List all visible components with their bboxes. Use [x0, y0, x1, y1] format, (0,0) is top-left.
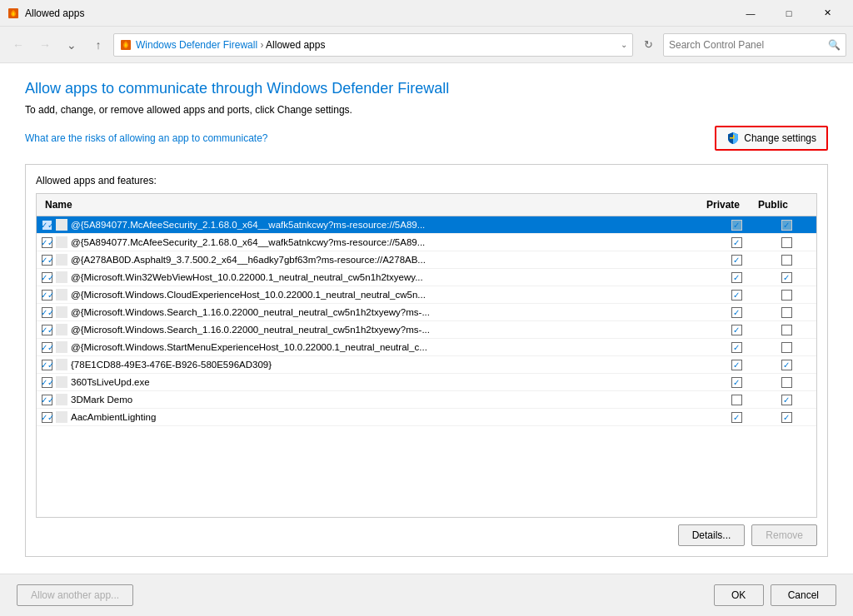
details-button[interactable]: Details...: [678, 524, 746, 546]
up-button[interactable]: ↑: [87, 33, 110, 57]
app-icon: [56, 236, 67, 248]
app-icon: [56, 289, 67, 301]
app-icon: [56, 359, 67, 370]
table-row[interactable]: ✓@{Microsoft.Windows.StartMenuExperience…: [37, 339, 816, 356]
search-input[interactable]: [669, 39, 828, 51]
row-checkbox-name[interactable]: ✓: [42, 290, 52, 301]
app-icon: [56, 254, 67, 266]
row-private-checkbox[interactable]: ✓: [711, 412, 761, 423]
svg-rect-2: [730, 137, 733, 139]
row-private-checkbox[interactable]: ✓: [711, 255, 761, 266]
header-public: Public: [748, 197, 798, 212]
search-bar[interactable]: 🔍: [663, 33, 846, 57]
table-row[interactable]: ✓AacAmbientLighting✓✓: [37, 409, 816, 426]
window-controls: — □ ✕: [731, 0, 846, 27]
help-link[interactable]: What are the risks of allowing an app to…: [25, 132, 267, 144]
row-public-checkbox[interactable]: [761, 307, 811, 318]
row-name: ✓AacAmbientLighting: [42, 411, 711, 423]
refresh-button[interactable]: ↻: [636, 33, 660, 57]
row-name: ✓@{5A894077.McAfeeSecurity_2.1.68.0_x64_…: [42, 219, 711, 231]
row-name: ✓@{5A894077.McAfeeSecurity_2.1.68.0_x64_…: [42, 236, 711, 248]
row-private-checkbox[interactable]: ✓: [711, 290, 761, 301]
row-public-checkbox[interactable]: [761, 342, 811, 353]
row-public-checkbox[interactable]: ✓: [761, 395, 811, 405]
table-row[interactable]: ✓@{Microsoft.Win32WebViewHost_10.0.22000…: [37, 269, 816, 286]
shield-uac-icon: [726, 132, 740, 145]
breadcrumb-text: Windows Defender Firewall › Allowed apps: [136, 39, 617, 51]
row-public-checkbox[interactable]: [761, 290, 811, 301]
address-bar[interactable]: Windows Defender Firewall › Allowed apps…: [113, 33, 633, 57]
row-public-checkbox[interactable]: ✓: [761, 360, 811, 370]
row-checkbox-name[interactable]: ✓: [42, 360, 52, 370]
page-subtitle: To add, change, or remove allowed apps a…: [25, 104, 828, 116]
row-name: ✓3DMark Demo: [42, 394, 711, 405]
table-row[interactable]: ✓@{Microsoft.Windows.Search_1.16.0.22000…: [37, 304, 816, 321]
table-row[interactable]: ✓@{Microsoft.Windows.Search_1.16.0.22000…: [37, 321, 816, 339]
allow-another-button[interactable]: Allow another app...: [17, 584, 133, 606]
change-settings-button[interactable]: Change settings: [715, 126, 828, 151]
header-name: Name: [42, 197, 698, 212]
row-checkbox-name[interactable]: ✓: [42, 325, 52, 335]
row-private-checkbox[interactable]: ✓: [711, 220, 761, 231]
table-header: Name Private Public: [37, 194, 816, 216]
row-checkbox-name[interactable]: ✓: [42, 412, 52, 423]
change-settings-label: Change settings: [744, 132, 816, 144]
row-private-checkbox[interactable]: ✓: [711, 272, 761, 283]
app-icon: [56, 376, 67, 388]
row-checkbox-name[interactable]: ✓: [42, 395, 52, 405]
dropdown-button[interactable]: ⌄: [60, 33, 83, 57]
row-private-checkbox[interactable]: ✓: [711, 325, 761, 335]
row-checkbox-name[interactable]: ✓: [42, 377, 52, 388]
title-bar: Allowed apps — □ ✕: [0, 0, 853, 27]
app-icon: [56, 411, 67, 423]
table-row[interactable]: ✓360TsLiveUpd.exe✓: [37, 374, 816, 391]
forward-button[interactable]: →: [33, 33, 57, 57]
remove-button[interactable]: Remove: [751, 524, 817, 546]
row-public-checkbox[interactable]: [761, 255, 811, 266]
row-private-checkbox[interactable]: [711, 395, 761, 405]
table-row[interactable]: ✓{78E1CD88-49E3-476E-B926-580E596AD309}✓…: [37, 356, 816, 374]
row-public-checkbox[interactable]: [761, 325, 811, 335]
breadcrumb-allowed: Allowed apps: [266, 39, 325, 51]
row-checkbox-name[interactable]: ✓: [42, 342, 52, 353]
row-checkbox-name[interactable]: ✓: [42, 255, 52, 266]
breadcrumb-firewall[interactable]: Windows Defender Firewall: [136, 39, 257, 51]
table-body[interactable]: ✓@{5A894077.McAfeeSecurity_2.1.68.0_x64_…: [37, 216, 816, 517]
minimize-button[interactable]: —: [731, 0, 770, 27]
row-private-checkbox[interactable]: ✓: [711, 307, 761, 318]
row-public-checkbox[interactable]: ✓: [761, 412, 811, 423]
row-public-checkbox[interactable]: ✓: [761, 272, 811, 283]
row-private-checkbox[interactable]: ✓: [711, 377, 761, 388]
row-name: ✓@{Microsoft.Win32WebViewHost_10.0.22000…: [42, 271, 711, 283]
row-checkbox-name[interactable]: ✓: [42, 237, 52, 248]
table-row[interactable]: ✓@{A278AB0D.Asphalt9_3.7.500.2_x64__h6ad…: [37, 251, 816, 269]
row-checkbox-name[interactable]: ✓: [42, 307, 52, 318]
ok-button[interactable]: OK: [714, 584, 764, 606]
back-button[interactable]: ←: [7, 33, 30, 57]
row-name: ✓@{Microsoft.Windows.CloudExperienceHost…: [42, 289, 711, 301]
address-dropdown-icon[interactable]: ⌄: [621, 40, 627, 49]
content-row: What are the risks of allowing an app to…: [25, 126, 828, 151]
row-public-checkbox[interactable]: [761, 377, 811, 388]
row-public-checkbox[interactable]: ✓: [761, 220, 811, 231]
row-checkbox-name[interactable]: ✓: [42, 220, 52, 231]
table-row[interactable]: ✓@{5A894077.McAfeeSecurity_2.1.68.0_x64_…: [37, 234, 816, 251]
page-title: Allow apps to communicate through Window…: [25, 80, 828, 97]
table-row[interactable]: ✓@{5A894077.McAfeeSecurity_2.1.68.0_x64_…: [37, 216, 816, 234]
cancel-button[interactable]: Cancel: [771, 584, 836, 606]
nav-bar: ← → ⌄ ↑ Windows Defender Firewall › Allo…: [0, 27, 853, 63]
maximize-button[interactable]: □: [770, 0, 808, 27]
row-public-checkbox[interactable]: [761, 237, 811, 248]
row-checkbox-name[interactable]: ✓: [42, 272, 52, 283]
row-private-checkbox[interactable]: ✓: [711, 237, 761, 248]
row-private-checkbox[interactable]: ✓: [711, 360, 761, 370]
table-row[interactable]: ✓@{Microsoft.Windows.CloudExperienceHost…: [37, 286, 816, 304]
row-name: ✓@{A278AB0D.Asphalt9_3.7.500.2_x64__h6ad…: [42, 254, 711, 266]
row-private-checkbox[interactable]: ✓: [711, 342, 761, 353]
table-row[interactable]: ✓3DMark Demo✓: [37, 391, 816, 409]
app-icon: [56, 271, 67, 283]
window-title: Allowed apps: [25, 7, 731, 19]
close-button[interactable]: ✕: [808, 0, 846, 27]
row-name: ✓360TsLiveUpd.exe: [42, 376, 711, 388]
main-content: Allow apps to communicate through Window…: [0, 63, 853, 574]
